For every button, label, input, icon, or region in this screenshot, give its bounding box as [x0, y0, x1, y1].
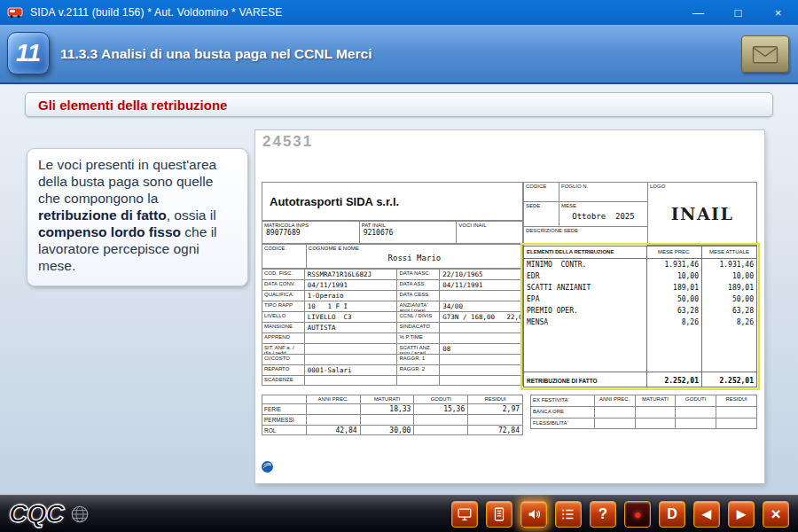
field-label: REPARTO: [262, 365, 304, 372]
audio-button[interactable]: [520, 501, 547, 528]
element-value: 63,28: [730, 305, 756, 317]
cell-value: [467, 414, 522, 425]
cell-value: [675, 406, 716, 418]
envelope-button[interactable]: [741, 35, 789, 73]
element-value: 10,00: [675, 270, 701, 282]
element-label: SCATTI ANZIANIT: [524, 282, 646, 293]
cell-value: [635, 418, 676, 429]
window-controls: — □ ×: [678, 0, 798, 25]
cqc-logo: CQC: [9, 499, 63, 528]
field-value: RSSMRA71R16L682J: [305, 270, 397, 279]
field-label: MESE: [559, 202, 647, 209]
next-button[interactable]: ▶: [728, 501, 755, 528]
element-value: 8,26: [734, 317, 756, 328]
record-button[interactable]: ●: [624, 501, 651, 528]
help-button[interactable]: ?: [590, 501, 616, 528]
help-icon: ?: [598, 506, 607, 521]
row-label: EX FESTIVITA': [530, 395, 594, 406]
notes-button[interactable]: [486, 501, 512, 528]
row-label: FLESSIBILITA': [530, 418, 594, 429]
cell-value: [306, 403, 360, 414]
column-header: RESIDUI: [467, 395, 522, 403]
column-header: MATURATI: [635, 395, 676, 406]
titlebar: SIDA v.2111 (build 156) * Aut. Voldomino…: [0, 0, 798, 25]
employee-details-table: COD. FISC. RSSMRA71R16L682J DATA NASC. 2…: [262, 269, 523, 386]
section-title: Gli elementi della retribuzione: [26, 98, 227, 113]
field-label: DATA CESS.: [397, 291, 439, 298]
field-value: 04/11/1991: [440, 280, 522, 290]
company-name: Autotrasporti SIDA s.r.l.: [262, 183, 522, 208]
row-label: PERMESSI: [262, 414, 306, 425]
field-label: CCNL / DIVIS: [397, 312, 439, 319]
section-title-bar: Gli elementi della retribuzione: [25, 92, 773, 117]
sede-cell: SEDE: [523, 201, 559, 227]
employee-row: CODICE COGNOME E NOME Rossi Mario: [262, 244, 523, 269]
toolbar-footer: CQC: [0, 495, 798, 532]
mese-cell: MESE Ottobre 2025: [559, 201, 648, 227]
element-value: 10,00: [730, 270, 756, 282]
table-row: QUALIFICA 1-Operaio DATA CESS.: [262, 290, 522, 301]
field-label: SIT. ANF a. / dis / redd.: [262, 344, 304, 354]
element-label: PREMIO OPER.: [524, 305, 646, 317]
info-bold-retribuzione: retribuzione di fatto: [38, 207, 167, 223]
field-label: APPREND: [262, 333, 304, 340]
info-bold-compenso: compenso lordo fisso: [38, 224, 181, 239]
maximize-button[interactable]: □: [718, 0, 758, 25]
field-label: MANSIONE: [262, 323, 304, 330]
element-value: 1.931,46: [716, 259, 756, 270]
exit-button[interactable]: ×: [763, 501, 789, 528]
previous-icon: ◀: [702, 508, 711, 520]
field-value: AUTISTA: [305, 323, 397, 332]
logo-cell: LOGO INAIL: [647, 182, 757, 246]
speaker-icon: [526, 506, 542, 522]
element-value: 50,00: [675, 293, 701, 305]
cell-value: 42,84: [306, 425, 360, 435]
field-label: SCATTI ANZ. num / scad.: [397, 344, 439, 354]
elementi-retribuzione-table: ELEMENTI DELLA RETRIBUZIONE MESE PREC. M…: [523, 246, 757, 387]
table-row: FLESSIBILITA': [530, 418, 756, 429]
field-label: LIVELLO: [262, 312, 304, 319]
table-row: FERIE 18,33 15,36 2,97: [262, 403, 522, 414]
list-icon: [560, 506, 576, 522]
table-header: ANNI PREC. MATURATI GODUTI RESIDUI: [262, 395, 522, 403]
total-value: 2.252,01: [702, 372, 756, 387]
field-label: [397, 376, 439, 378]
previous-button[interactable]: ◀: [693, 501, 720, 528]
field-label: RAGGR. 2: [397, 365, 439, 372]
employee-name: Rossi Mario: [307, 254, 522, 262]
screen-share-icon: [457, 506, 473, 522]
descrizione-sede-cell: DESCRIZIONE SEDE: [523, 226, 648, 246]
field-label: FOGLIO N.: [559, 183, 647, 190]
table-row: BANCA ORE: [530, 406, 756, 418]
screen-share-button[interactable]: [451, 501, 478, 528]
element-value: 63,28: [675, 305, 701, 317]
window-title: SIDA v.2111 (build 156) * Aut. Voldomino…: [30, 6, 678, 19]
column-header: ANNI PREC.: [594, 395, 635, 406]
table-body: MINIMO CONTR. EDR SCATTI ANZIANIT EPA PR…: [524, 259, 756, 372]
cell-value: [716, 418, 756, 429]
total-value: 2.252,01: [647, 372, 702, 387]
payslip-watermark: 24531: [262, 133, 313, 151]
cell-value: [306, 414, 360, 425]
table-row: MANSIONE AUTISTA SINDACATO: [262, 322, 522, 332]
element-label: EDR: [524, 270, 646, 282]
element-label: EPA: [524, 293, 646, 305]
element-value: 50,00: [730, 293, 756, 305]
close-button[interactable]: ×: [758, 0, 798, 25]
field-value: 04/11/1991: [305, 280, 397, 290]
d-button[interactable]: D: [659, 501, 685, 528]
table-row: APPREND % P.TIME: [262, 332, 522, 343]
field-label: SINDACATO: [397, 323, 439, 330]
index-button[interactable]: [555, 501, 582, 528]
ferie-rol-table: ANNI PREC. MATURATI GODUTI RESIDUI FERIE…: [262, 395, 523, 435]
column-header: GODUTI: [413, 395, 467, 403]
field-label: CODICE: [524, 183, 559, 190]
minimize-button[interactable]: —: [678, 0, 718, 25]
envelope-icon: [752, 43, 778, 65]
field-value: 22/10/1965: [440, 270, 522, 279]
company-box: Autotrasporti SIDA s.r.l.: [262, 182, 523, 221]
pat-inail-value: 9210676: [360, 229, 457, 237]
field-label: DESCRIZIONE SEDE: [524, 227, 647, 234]
record-icon: ●: [634, 508, 641, 520]
cell-value: [716, 406, 756, 418]
